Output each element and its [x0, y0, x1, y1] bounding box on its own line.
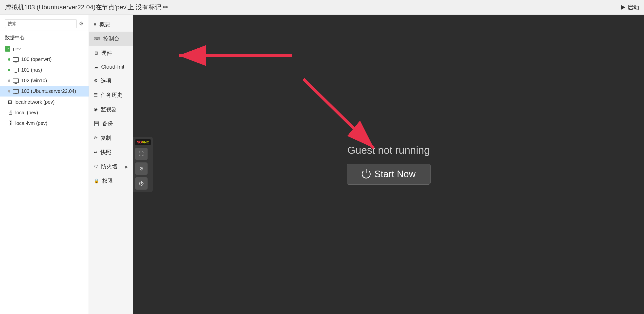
chevron-right-icon: ▶: [125, 164, 128, 169]
nav-item-hardware-label: 硬件: [101, 49, 112, 57]
console-icon: ⌨: [94, 36, 100, 42]
nav-item-monitor-label: 监视器: [101, 106, 117, 113]
play-icon: [621, 5, 625, 10]
taskhistory-icon: ☰: [94, 92, 98, 98]
nav-item-options[interactable]: ⚙ 选项: [89, 74, 133, 88]
nav-item-replicate[interactable]: ⟳ 复制: [89, 131, 133, 145]
nav-item-console-label: 控制台: [103, 35, 120, 43]
nav-item-snapshot-label: 快照: [100, 149, 111, 156]
replicate-icon: ⟳: [94, 135, 98, 141]
sidebar-item-local-lvm-label: local-lvm (pev): [15, 120, 47, 126]
sidebar-item-100[interactable]: 100 (openwrt): [0, 54, 88, 65]
nav-item-options-label: 选项: [101, 77, 112, 84]
hardware-icon: 🖥: [94, 51, 98, 56]
nav-item-overview-label: 概要: [100, 21, 110, 28]
start-action-button[interactable]: 启动: [621, 4, 639, 11]
nav-item-firewall[interactable]: 🛡 防火墙 ▶: [89, 159, 133, 174]
storage-icon-local-lvm: 🗄: [8, 120, 13, 126]
vnc-logo: NO VNC: [135, 139, 151, 145]
nav-item-overview[interactable]: ≡ 概要: [89, 17, 133, 32]
console-center: Guest not running Start Now: [133, 15, 644, 314]
sidebar-item-pev-label: pev: [13, 46, 21, 52]
nav-item-taskhistory[interactable]: ☰ 任务历史: [89, 88, 133, 102]
fullscreen-icon: ⛶: [139, 151, 144, 157]
nav-item-permissions[interactable]: 🔒 权限: [89, 174, 133, 188]
storage-icon-local: 🗄: [8, 110, 13, 116]
search-input[interactable]: [5, 19, 77, 28]
status-dot-103: [8, 90, 10, 93]
status-dot-102: [8, 80, 10, 82]
snapshot-icon: ↩: [94, 150, 98, 155]
vm-icon-101: [13, 68, 19, 72]
sidebar-item-localnetwork[interactable]: ⊞ localnetwork (pev): [0, 97, 88, 107]
nav-item-replicate-label: 复制: [100, 134, 111, 142]
top-bar: 虚拟机103 (Ubuntuserver22.04)在节点'pev'上 没有标记…: [0, 0, 644, 15]
sidebar-item-local-label: local (pev): [15, 110, 38, 116]
overview-icon: ≡: [94, 22, 96, 27]
vnc-vnc-text: VNC: [142, 140, 149, 144]
permissions-icon: 🔒: [94, 178, 99, 184]
sidebar-item-100-label: 100 (openwrt): [21, 57, 52, 62]
sidebar-item-local-lvm[interactable]: 🗄 local-lvm (pev): [0, 118, 88, 129]
guest-not-running-text: Guest not running: [348, 144, 430, 156]
start-action-label: 启动: [627, 4, 639, 11]
vnc-no-text: NO: [137, 140, 142, 144]
console-area: NO VNC ⛶ ⚙ ⏻ Guest not running Start: [133, 15, 644, 314]
power-icon: ⏻: [139, 181, 144, 186]
vm-icon-103: [13, 89, 19, 94]
options-icon: ⚙: [94, 78, 98, 83]
vnc-settings-button[interactable]: ⚙: [135, 162, 148, 175]
nav-item-taskhistory-label: 任务历史: [101, 91, 122, 99]
status-dot-101: [8, 69, 10, 71]
nav-item-cloudinit[interactable]: ☁ Cloud-Init: [89, 60, 133, 74]
vm-icon-100: [13, 57, 19, 62]
firewall-icon: 🛡: [94, 164, 98, 169]
vm-icon-102: [13, 79, 19, 83]
nav-item-monitor[interactable]: ◉ 监视器: [89, 102, 133, 117]
nav-item-console[interactable]: ⌨ 控制台: [89, 32, 133, 46]
vnc-fullscreen-button[interactable]: ⛶: [135, 148, 148, 160]
main-layout: ⚙ 数据中心 P pev 100 (openwrt) 101 (nas): [0, 15, 644, 314]
right-panel: ≡ 概要 ⌨ 控制台 🖥 硬件 ☁ Cloud-Init ⚙ 选项 ☰ 任务历史: [89, 15, 644, 314]
sidebar-item-102-label: 102 (win10): [21, 78, 47, 83]
sidebar-item-103[interactable]: 103 (Ubuntuserver22.04): [0, 86, 88, 97]
nav-item-snapshot[interactable]: ↩ 快照: [89, 145, 133, 159]
settings-icon: ⚙: [139, 166, 144, 172]
vnc-toolbar: NO VNC ⛶ ⚙ ⏻: [133, 137, 153, 192]
network-icon: ⊞: [8, 99, 12, 105]
nav-item-backup-label: 备份: [102, 120, 113, 127]
sidebar-item-pev[interactable]: P pev: [0, 44, 88, 54]
status-dot-100: [8, 58, 10, 61]
page-title: 虚拟机103 (Ubuntuserver22.04)在节点'pev'上 没有标记…: [5, 3, 621, 12]
backup-icon: 💾: [94, 121, 99, 126]
sidebar-item-localnetwork-label: localnetwork (pev): [14, 99, 54, 105]
nav-item-cloudinit-label: Cloud-Init: [101, 64, 124, 70]
nav-item-firewall-label: 防火墙: [101, 163, 118, 170]
sidebar-tree: P pev 100 (openwrt) 101 (nas) 102 (win10…: [0, 43, 88, 314]
sidebar: ⚙ 数据中心 P pev 100 (openwrt) 101 (nas): [0, 15, 89, 314]
power-circle-icon: [362, 170, 370, 178]
sidebar-item-101-label: 101 (nas): [21, 67, 42, 73]
sidebar-item-102[interactable]: 102 (win10): [0, 75, 88, 86]
nav-item-hardware[interactable]: 🖥 硬件: [89, 46, 133, 60]
nav-item-permissions-label: 权限: [102, 177, 113, 185]
start-now-button[interactable]: Start Now: [347, 164, 431, 185]
start-now-label: Start Now: [374, 169, 416, 179]
datacenter-label: 数据中心: [0, 31, 88, 43]
monitor-icon: ◉: [94, 107, 98, 112]
top-bar-actions: 启动: [621, 4, 639, 11]
sidebar-item-103-label: 103 (Ubuntuserver22.04): [21, 88, 76, 94]
vnc-power-button[interactable]: ⏻: [135, 177, 148, 190]
nav-item-backup[interactable]: 💾 备份: [89, 117, 133, 131]
gear-icon[interactable]: ⚙: [79, 21, 84, 27]
sidebar-header: ⚙: [0, 15, 88, 31]
sidebar-item-101[interactable]: 101 (nas): [0, 65, 88, 75]
cloudinit-icon: ☁: [94, 64, 98, 70]
pev-node-icon: P: [5, 46, 10, 52]
nav-menu: ≡ 概要 ⌨ 控制台 🖥 硬件 ☁ Cloud-Init ⚙ 选项 ☰ 任务历史: [89, 15, 133, 314]
sidebar-item-local[interactable]: 🗄 local (pev): [0, 107, 88, 118]
